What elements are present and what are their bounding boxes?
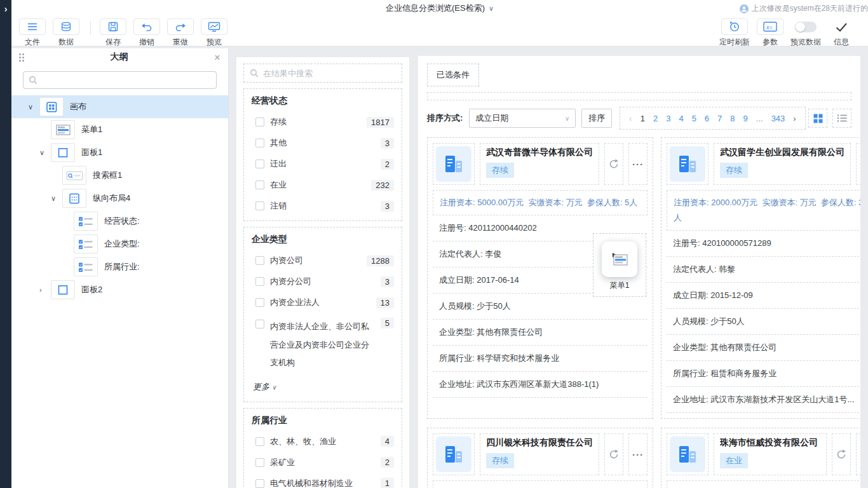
capital-summary: 注册资本: 200000.00万元 实缴资本: 200.00万 元 参保人数: …	[433, 480, 648, 488]
outline-search-input[interactable]	[41, 76, 211, 85]
card-more-button[interactable]: ···	[856, 433, 860, 475]
checkbox-icon[interactable]	[255, 479, 264, 488]
expand-rail-icon[interactable]: ›	[0, 4, 11, 14]
sort-button[interactable]: 排序	[581, 109, 612, 128]
results-search-input[interactable]	[263, 69, 396, 78]
checkbox-icon[interactable]	[255, 437, 264, 446]
parameters-button[interactable]: x= 参数	[757, 18, 783, 48]
filter-section-title: 企业类型	[252, 234, 394, 245]
info-button[interactable]: 信息	[828, 18, 855, 48]
card-refresh-button[interactable]	[604, 433, 623, 475]
tree-item-panel1[interactable]: ∨ 面板1	[11, 141, 228, 164]
undo-button[interactable]: 撤销	[133, 18, 160, 48]
page-number[interactable]: 8	[730, 114, 735, 123]
next-page-icon[interactable]: ›	[793, 114, 796, 123]
card-more-button[interactable]: ···	[628, 433, 648, 475]
timed-refresh-button[interactable]: 定时刷新	[719, 18, 750, 48]
filter-option[interactable]: 内资企业法人13	[252, 297, 394, 308]
company-card: 武汉留学生创业园发展有限公司 存续 ··· 注册资本: 2000.00万元 实缴…	[661, 137, 860, 419]
page-number[interactable]: 3	[666, 114, 670, 123]
card-more-button[interactable]: ···	[628, 143, 648, 185]
card-more-button[interactable]: ···	[856, 143, 860, 185]
chevron-down-icon[interactable]: ∨	[51, 194, 62, 203]
page-number[interactable]: 2	[653, 114, 658, 123]
filter-option[interactable]: 内资公司1288	[252, 255, 394, 266]
count-badge: 3	[381, 138, 394, 149]
chevron-right-icon[interactable]: ›	[39, 286, 51, 294]
checkbox-icon[interactable]	[255, 256, 264, 265]
data-button[interactable]: 数据	[53, 18, 79, 48]
filter-option[interactable]: 电气机械和器材制造业1	[252, 478, 394, 488]
checkbox-icon[interactable]	[255, 277, 264, 286]
preview-monitor-icon	[208, 22, 220, 32]
database-icon	[60, 22, 72, 32]
capital-summary: 注册资本: 5000.00万元 实缴资本: 5000.00万 元 参保人数: 1…	[667, 480, 860, 488]
chevron-down-icon[interactable]: ∨	[39, 149, 51, 157]
checkbox-icon[interactable]	[255, 159, 264, 168]
checkbox-icon[interactable]	[255, 139, 264, 147]
status-badge: 存续	[486, 453, 514, 468]
redo-button[interactable]: 重做	[167, 18, 194, 48]
detail-row: 法定代表人: 韩黎	[667, 257, 860, 283]
page-number[interactable]: 9	[743, 114, 748, 123]
page-number[interactable]: 4	[679, 114, 683, 123]
checkbox-icon[interactable]	[255, 320, 264, 329]
checkbox-icon[interactable]	[255, 201, 264, 210]
filter-option[interactable]: 存续1817	[252, 116, 394, 128]
tree-item-canvas[interactable]: ∨ 画布	[11, 95, 228, 118]
filter-option[interactable]: 其他3	[252, 137, 394, 149]
checkbox-icon[interactable]	[255, 118, 264, 126]
card-refresh-button[interactable]	[832, 433, 851, 475]
filter-option[interactable]: 在业232	[252, 179, 394, 191]
tree-item-searchbox1[interactable]: 搜索框1	[11, 164, 228, 187]
page-number[interactable]: 7	[717, 114, 722, 123]
document-title-caret-icon[interactable]: ∨	[489, 4, 494, 13]
tree-item-industry[interactable]: 所属行业:	[11, 255, 228, 278]
checkbox-icon[interactable]	[255, 458, 264, 467]
more-link[interactable]: 更多 ∨	[253, 381, 394, 393]
company-title-box: 武汉奇普微半导体有限公司 存续	[480, 143, 599, 185]
company-name: 武汉留学生创业园发展有限公司	[720, 147, 844, 158]
toggle-off-icon[interactable]	[795, 22, 817, 32]
sort-field-select[interactable]: 成立日期 ∨	[469, 109, 576, 128]
tree-item-business-status[interactable]: 经营状态:	[11, 210, 228, 233]
company-card: 珠海市恒威投资有限公司 在业 ··· 注册资本: 5000.00万元 实缴资本:…	[661, 428, 860, 488]
filter-option[interactable]: 采矿业2	[252, 457, 394, 468]
page-number[interactable]: 1	[641, 114, 645, 123]
grid-view-button[interactable]	[808, 109, 827, 128]
save-button[interactable]: 保存	[100, 18, 126, 48]
filter-option[interactable]: 内资分公司3	[252, 276, 394, 287]
list-view-button[interactable]	[832, 109, 851, 128]
filter-section-title: 所属行业	[252, 415, 394, 426]
refresh-icon	[608, 158, 620, 170]
collapsed-left-rail: ›	[0, 0, 11, 488]
preview-data-toggle[interactable]: 预览数据	[790, 18, 821, 48]
menu-widget-icon	[51, 120, 75, 139]
checkbox-icon[interactable]	[255, 298, 264, 307]
card-refresh-button[interactable]	[604, 143, 623, 185]
filter-option[interactable]: 农、林、牧、渔业4	[252, 436, 394, 447]
dragged-menu1-component[interactable]: 菜单1	[593, 233, 646, 297]
tree-item-panel2[interactable]: › 面板2	[11, 278, 228, 301]
preview-button[interactable]: 预览	[201, 18, 227, 48]
chevron-down-icon[interactable]: ∨	[28, 103, 39, 111]
page-number[interactable]: 6	[705, 114, 709, 123]
filter-option[interactable]: 迁出2	[252, 158, 394, 170]
company-name: 武汉奇普微半导体有限公司	[486, 147, 593, 158]
tree-item-enterprise-type[interactable]: 企业类型:	[11, 233, 228, 255]
page-number-last[interactable]: 343	[771, 114, 785, 123]
close-icon[interactable]: ×	[214, 52, 220, 63]
page-number[interactable]: 5	[692, 114, 696, 123]
last-modified-status: 上次修改是system在28天前进行的	[740, 3, 868, 14]
checkbox-icon[interactable]	[255, 180, 264, 189]
drag-handle-icon[interactable]	[19, 53, 24, 62]
menu1-ghost-card[interactable]	[602, 241, 637, 277]
filter-option[interactable]: 内资非法人企业、非公司私营企业及内资非公司企业分支机构5	[252, 318, 394, 372]
file-button[interactable]: 文件	[19, 18, 46, 48]
chevron-down-icon: ∨	[272, 384, 276, 391]
tree-item-vertical-layout4[interactable]: ∨ 纵向布局4	[11, 187, 228, 210]
prev-page-icon[interactable]: ‹	[629, 114, 632, 123]
tree-item-menu1[interactable]: 菜单1	[11, 118, 228, 141]
clock-refresh-icon	[729, 21, 740, 32]
filter-option[interactable]: 注销3	[252, 200, 394, 212]
